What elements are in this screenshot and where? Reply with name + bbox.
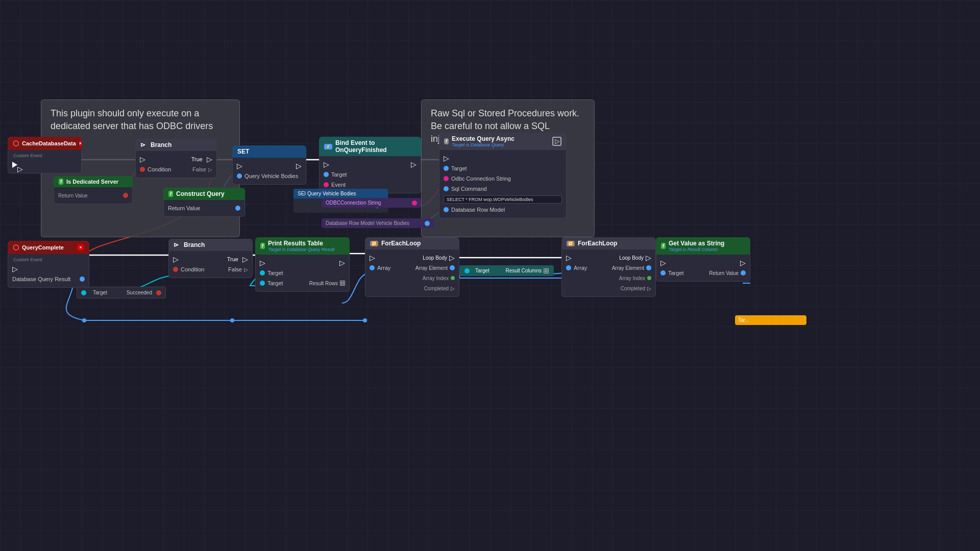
node-body-foreach1: ▷ Loop Body ▷ Array Array Element Array … xyxy=(365,249,459,297)
node-result-columns[interactable]: Target Result Columns xyxy=(459,265,554,276)
node-body-bind: ▷ ▷ Target Event xyxy=(319,156,421,193)
node-header-branch1: ⊳ Branch xyxy=(135,139,217,151)
svg-point-11 xyxy=(363,318,367,322)
node-header-bind: ⚡ Bind Event to OnQueryFinished xyxy=(319,137,421,156)
target-row: Target xyxy=(320,169,421,180)
node-header-set: SET xyxy=(232,145,306,158)
node-get-value-string[interactable]: f Get Value as String Target is Result C… xyxy=(656,237,750,282)
node-body-get-value: ▷ ▷ Target Return Value xyxy=(656,255,750,282)
condition-row: Condition False ▷ xyxy=(136,164,216,174)
node-branch-2[interactable]: ⊳ Branch ▷ True ▷ Condition False ▷ xyxy=(168,239,253,278)
exec-row-set: ▷ ▷ xyxy=(233,161,306,171)
node-body-branch2: ▷ True ▷ Condition False ▷ xyxy=(168,251,253,278)
node-body-construct: Return Value xyxy=(163,200,245,217)
node-execute-query[interactable]: f Execute Query Async Target is Database… xyxy=(439,133,567,218)
svg-point-9 xyxy=(82,318,86,322)
exec-out-icon: ▷ xyxy=(552,137,561,146)
sql-command-input[interactable] xyxy=(444,195,562,204)
svg-point-10 xyxy=(230,318,234,322)
node-body-foreach2: ▷ Loop Body ▷ Array Array Element Array … xyxy=(561,249,656,297)
node-body-set: ▷ ▷ Query Vehicle Bodies xyxy=(232,158,306,185)
node-body-cache-db: Custom Event ▷ xyxy=(8,150,82,173)
node-is-dedicated-server[interactable]: f Is Dedicated Server Return Value xyxy=(54,176,133,204)
node-foreach-1[interactable]: 🔁 ForEachLoop ▷ Loop Body ▷ Array Array … xyxy=(365,237,459,297)
exec-bind-row: ▷ ▷ xyxy=(320,159,421,169)
node-body-branch1: ▷ True ▷ Condition False ▷ xyxy=(135,151,217,178)
node-foreach-2[interactable]: 🔁 ForEachLoop ▷ Loop Body ▷ Array Array … xyxy=(561,237,656,297)
node-header-print: f Print Results Table Target is Database… xyxy=(255,237,350,255)
blueprint-canvas[interactable]: This plugin should only execute on a ded… xyxy=(0,0,980,551)
node-odbc-string[interactable]: ODBCConnection String xyxy=(322,198,421,208)
exec-out-row: ▷ xyxy=(8,160,81,170)
node-body-print: ▷ ▷ Target Target Result Rows xyxy=(255,255,350,292)
node-query-complete[interactable]: ⬡ QueryComplete × Custom Event ▷ Databas… xyxy=(8,241,89,288)
node-target-succeeded[interactable]: Target Succeeded xyxy=(77,287,166,298)
node-close-btn[interactable]: × xyxy=(79,140,82,147)
node-header-branch2: ⊳ Branch xyxy=(168,239,253,251)
node-header-query-complete: ⬡ QueryComplete × xyxy=(8,241,89,254)
node-header-foreach1: 🔁 ForEachLoop xyxy=(365,237,459,249)
exec-in-row: ▷ True ▷ xyxy=(136,154,216,164)
node-body-query-complete: Custom Event ▷ Database Query Result xyxy=(8,254,89,288)
node-body-execute: ▷ Target Odbc Connection String Sql Comm… xyxy=(439,150,567,218)
node-body-dedicated: Return Value xyxy=(54,187,133,204)
node-print-results[interactable]: f Print Results Table Target is Database… xyxy=(255,237,350,292)
query-vehicle-row: Query Vehicle Bodies xyxy=(233,171,306,181)
event-row: Event xyxy=(320,180,421,190)
node-header-construct: f Construct Query xyxy=(163,188,245,200)
node-db-row-model[interactable]: Database Row Model Vehicle Bodies xyxy=(322,218,434,228)
node-header-execute: f Execute Query Async Target is Database… xyxy=(439,133,567,150)
return-val-row2: Return Value xyxy=(164,203,244,213)
node-bind-event[interactable]: ⚡ Bind Event to OnQueryFinished ▷ ▷ Targ… xyxy=(319,137,421,193)
node-close-query[interactable]: × xyxy=(77,244,84,251)
node-header-cache-db: ⬡ CacheDatabaseData × xyxy=(8,137,82,150)
node-set[interactable]: SET ▷ ▷ Query Vehicle Bodies xyxy=(232,145,306,185)
node-cache-database-data[interactable]: ⬡ CacheDatabaseData × Custom Event ▷ xyxy=(8,137,82,173)
node-partial-right[interactable]: Tar... xyxy=(735,315,806,325)
return-val-row: Return Value xyxy=(54,190,132,201)
node-header-dedicated: f Is Dedicated Server xyxy=(54,176,133,187)
node-header-get-value: f Get Value as String Target is Result C… xyxy=(656,237,750,255)
node-construct-query[interactable]: f Construct Query Return Value xyxy=(163,188,245,217)
node-header-foreach2: 🔁 ForEachLoop xyxy=(561,237,656,249)
grid-pin-result-rows xyxy=(340,281,345,286)
node-branch-1[interactable]: ⊳ Branch ▷ True ▷ Condition False ▷ xyxy=(135,139,217,178)
